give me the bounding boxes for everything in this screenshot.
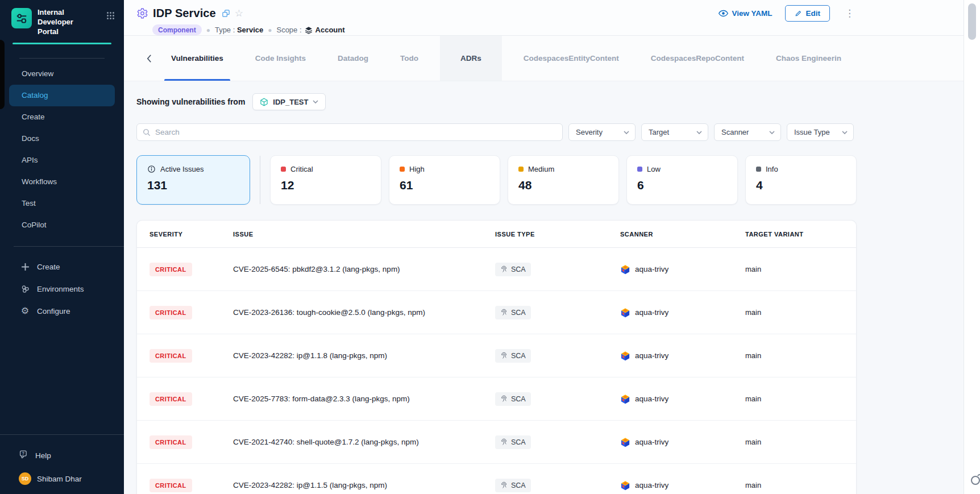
- severity-card[interactable]: High 61: [389, 155, 500, 205]
- sidebar-nav-item[interactable]: CoPilot: [9, 214, 115, 236]
- tabs: Vulnerabilities Code Insights Datadog To…: [155, 36, 857, 81]
- sidebar-nav-item[interactable]: Test: [9, 193, 115, 214]
- table-row[interactable]: CRITICAL CVE-2023-26136: tough-cookie@2.…: [137, 291, 856, 334]
- sidebar-nav-label: Docs: [22, 134, 39, 143]
- sidebar-nav-item[interactable]: APIs: [9, 150, 115, 171]
- sidebar-nav-item[interactable]: Workflows: [9, 171, 115, 193]
- issue-text: CVE-2023-42282: ip@1.1.5 (lang-pkgs, npm…: [233, 481, 495, 489]
- tab[interactable]: Code Insights: [248, 36, 313, 81]
- sidebar-environments-button[interactable]: Environments: [0, 278, 124, 300]
- table-row[interactable]: CRITICAL CVE-2023-42282: ip@1.1.8 (lang-…: [137, 334, 856, 377]
- user-menu[interactable]: SD Shibam Dhar: [0, 461, 124, 494]
- column-header: Severity: [150, 231, 233, 238]
- chevron-down-icon: [696, 131, 702, 134]
- stat-value: 48: [518, 178, 608, 192]
- fingerprint-icon: [500, 395, 508, 402]
- stat-value: 12: [281, 178, 371, 192]
- table-row[interactable]: CRITICAL CVE-2025-7783: form-data@2.3.3 …: [137, 377, 856, 421]
- stat-label: Info: [766, 165, 778, 173]
- scrollbar-thumb[interactable]: [968, 3, 976, 40]
- target-variant: main: [745, 265, 856, 273]
- issue-type-chip: SCA: [495, 263, 531, 276]
- tabs-scroll-left-icon[interactable]: [143, 52, 155, 65]
- apps-grid-icon[interactable]: [106, 11, 115, 22]
- severity-summary: Active Issues 131 Critical: [136, 155, 857, 205]
- table-row[interactable]: CRITICAL CVE-2025-6545: pbkdf2@3.1.2 (la…: [137, 248, 856, 291]
- tab[interactable]: Chaos Engineerin: [769, 36, 848, 81]
- table-row[interactable]: CRITICAL CVE-2023-42282: ip@1.1.5 (lang-…: [137, 464, 856, 494]
- scanner-cell: aqua-trivy: [620, 437, 745, 447]
- filter-select[interactable]: Severity: [568, 123, 636, 141]
- chevron-down-icon: [842, 131, 848, 134]
- tab[interactable]: ADRs: [440, 36, 502, 81]
- chevron-down-icon: [769, 131, 775, 134]
- column-header: Issue: [233, 231, 495, 238]
- sidebar-nav-item[interactable]: Docs: [9, 128, 115, 150]
- type-label: Type :: [215, 26, 235, 34]
- issues-table: Severity Issue Issue Type Scanner Target…: [136, 220, 857, 494]
- severity-badge: CRITICAL: [150, 263, 192, 276]
- main-area: IDP Service ☆ View YAML: [124, 0, 980, 494]
- column-header: Issue Type: [495, 231, 620, 238]
- page-title: IDP Service: [153, 7, 216, 20]
- search-icon: [143, 128, 151, 136]
- tab[interactable]: Todo: [393, 36, 425, 81]
- tab[interactable]: CodespacesEntityContent: [517, 36, 626, 81]
- severity-card[interactable]: Low 6: [626, 155, 738, 205]
- sidebar-configure-button[interactable]: ⚙ Configure: [0, 300, 124, 322]
- filter-select[interactable]: Scanner: [714, 123, 781, 141]
- active-issues-card[interactable]: Active Issues 131: [136, 155, 250, 205]
- target-variant: main: [745, 395, 856, 403]
- filters: Severity Target Scanner: [568, 123, 854, 141]
- sidebar-nav-item[interactable]: Create: [9, 106, 115, 128]
- severity-card[interactable]: Medium 48: [508, 155, 619, 205]
- severity-card[interactable]: Info 4: [745, 155, 857, 205]
- trivy-scanner-icon: [620, 351, 630, 361]
- copy-icon[interactable]: [222, 9, 230, 18]
- target-variant: main: [745, 438, 856, 446]
- sidebar-create-button[interactable]: Create: [0, 256, 124, 278]
- scanner-cell: aqua-trivy: [620, 308, 745, 318]
- severity-card[interactable]: Critical 12: [270, 155, 381, 205]
- tab[interactable]: CodespacesRepoContent: [644, 36, 751, 81]
- search-box: [136, 123, 563, 141]
- favorite-star-icon[interactable]: ☆: [235, 9, 243, 18]
- fingerprint-icon: [500, 481, 508, 489]
- portal-logo-icon[interactable]: [11, 8, 32, 28]
- sidebar-nav-label: Workflows: [22, 177, 57, 186]
- view-yaml-button[interactable]: View YAML: [719, 9, 772, 18]
- scanner-cell: aqua-trivy: [620, 394, 745, 404]
- table-row[interactable]: CRITICAL CVE-2021-42740: shell-quote@1.7…: [137, 421, 856, 464]
- stat-label: Critical: [290, 165, 313, 173]
- help-button[interactable]: ? Help: [0, 435, 124, 461]
- project-select[interactable]: IDP_TEST: [252, 93, 326, 110]
- column-header: Target Variant: [745, 231, 856, 238]
- issue-type-chip: SCA: [495, 435, 531, 449]
- brand-underline: [13, 43, 111, 44]
- showing-row: Showing vulnerabilities from IDP_TEST: [136, 93, 857, 110]
- sidebar-nav-item[interactable]: Overview: [9, 63, 115, 85]
- more-options-kebab-icon[interactable]: ⋮: [842, 7, 857, 19]
- severity-badge: CRITICAL: [150, 392, 192, 406]
- edit-button[interactable]: Edit: [785, 5, 830, 22]
- search-input[interactable]: [155, 128, 557, 136]
- severity-dot: [756, 167, 761, 172]
- brand-title: Internal Developer Portal: [38, 8, 92, 37]
- help-widget-icon[interactable]: [967, 471, 980, 490]
- sidebar-nav-item[interactable]: Catalog: [9, 85, 115, 106]
- stat-value: 61: [400, 178, 489, 192]
- severity-badge: CRITICAL: [150, 479, 192, 492]
- entity-kind-badge: Component: [152, 24, 202, 35]
- chevron-down-icon: [624, 131, 629, 134]
- filter-select[interactable]: Issue Type: [787, 123, 854, 141]
- severity-badge: CRITICAL: [150, 435, 192, 449]
- tab[interactable]: Datadog: [331, 36, 375, 81]
- tab[interactable]: Vulnerabilities: [164, 36, 230, 81]
- chevron-down-icon: [313, 100, 318, 103]
- scope-value: Account: [315, 26, 345, 34]
- sidebar-divider: [14, 246, 124, 247]
- stat-value: 131: [147, 178, 239, 192]
- severity-badge: CRITICAL: [150, 306, 192, 319]
- trivy-scanner-icon: [620, 394, 630, 404]
- filter-select[interactable]: Target: [641, 123, 708, 141]
